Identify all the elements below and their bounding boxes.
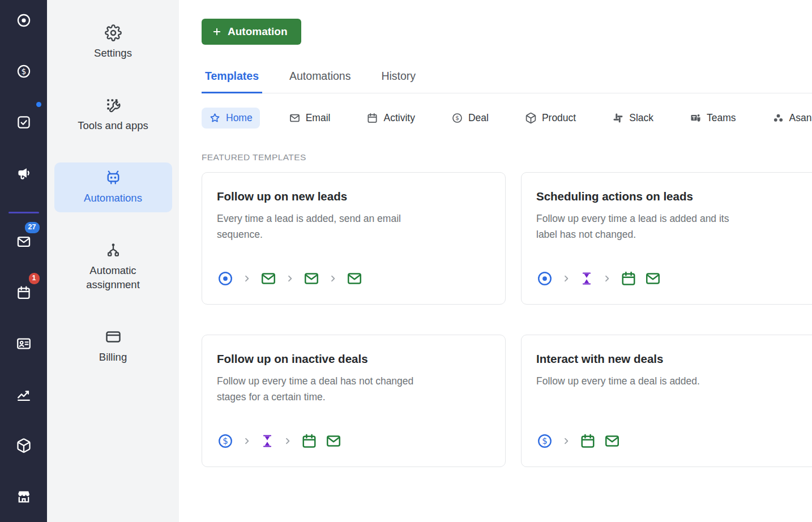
filter-label: Asana (789, 112, 812, 124)
star-icon (209, 112, 221, 124)
rail-divider (8, 212, 39, 213)
contact-card-icon (16, 336, 32, 352)
email-step-icon (303, 270, 320, 287)
envelope-icon (289, 112, 301, 124)
chevron-right-icon (327, 273, 339, 284)
plus-icon (212, 27, 222, 37)
template-card-scheduling-actions-on-leads[interactable]: Scheduling actions on leads Follow up ev… (521, 172, 812, 305)
template-description: Follow up every time a deal has not chan… (217, 373, 415, 405)
calendar-icon (366, 112, 378, 124)
filter-label: Activity (383, 112, 414, 124)
app-window: 27 1 Settings Tools and apps Automations… (0, 0, 812, 522)
nav-insights[interactable] (11, 382, 36, 407)
activity-step-icon (301, 433, 318, 450)
tab-history[interactable]: History (378, 70, 419, 93)
chevron-right-icon (561, 435, 572, 447)
chevron-right-icon (601, 273, 613, 284)
tab-templates[interactable]: Templates (202, 70, 262, 93)
package-icon (16, 438, 32, 453)
line-chart-icon (16, 387, 32, 403)
filter-label: Home (226, 112, 253, 124)
deal-trigger-icon (536, 433, 553, 450)
filter-label: Email (306, 112, 331, 124)
wait-hourglass-icon (579, 271, 594, 286)
teams-icon (690, 112, 702, 124)
lead-trigger-icon (536, 270, 553, 287)
email-step-icon (260, 270, 277, 287)
template-description: Follow up every time a deal is added. (536, 373, 734, 389)
nav-marketplace[interactable] (11, 484, 36, 509)
filter-slack[interactable]: Slack (605, 108, 661, 129)
filter-teams[interactable]: Teams (682, 108, 743, 129)
sidebar-item-tools-and-apps[interactable]: Tools and apps (54, 90, 172, 140)
storefront-icon (16, 489, 32, 504)
dollar-icon (16, 63, 32, 79)
filter-activity[interactable]: Activity (359, 108, 422, 129)
mail-count-badge: 27 (25, 222, 40, 233)
lead-trigger-icon (217, 270, 234, 287)
sidebar-item-automations[interactable]: Automations (54, 162, 172, 212)
activity-step-icon (620, 270, 637, 287)
sidebar-item-settings[interactable]: Settings (54, 18, 172, 67)
filter-product[interactable]: Product (518, 108, 583, 129)
nav-mail[interactable]: 27 (11, 229, 36, 254)
template-flow (217, 433, 489, 450)
robot-icon (105, 169, 122, 186)
template-flow (217, 270, 489, 287)
checklist-icon (16, 114, 32, 130)
filter-home[interactable]: Home (202, 108, 260, 129)
chevron-right-icon (561, 273, 572, 284)
assignment-branch-icon (105, 242, 122, 259)
tab-bar: Templates Automations History (202, 70, 812, 93)
chevron-right-icon (282, 435, 293, 447)
nav-tasks[interactable] (11, 110, 36, 135)
chevron-right-icon (241, 273, 253, 284)
wait-hourglass-icon (260, 434, 275, 448)
template-description: Follow up every time a lead is added and… (536, 211, 734, 242)
email-step-icon (644, 270, 661, 287)
template-card-follow-up-new-leads[interactable]: Follow up on new leads Every time a lead… (202, 172, 506, 305)
calendar-icon (16, 285, 32, 301)
template-flow (536, 270, 809, 287)
bullseye-icon (16, 12, 32, 28)
primary-nav-rail: 27 1 (0, 0, 47, 522)
template-card-follow-up-inactive-deals[interactable]: Follow up on inactive deals Follow up ev… (202, 335, 506, 467)
template-card-grid: Follow up on new leads Every time a lead… (202, 172, 812, 467)
deal-trigger-icon (217, 433, 234, 450)
add-automation-button[interactable]: Automation (202, 19, 301, 45)
nav-contacts[interactable] (11, 331, 36, 356)
filter-label: Teams (707, 112, 736, 124)
email-step-icon (346, 270, 363, 287)
template-card-interact-with-new-deals[interactable]: Interact with new deals Follow up every … (521, 335, 812, 467)
filter-email[interactable]: Email (281, 108, 338, 129)
megaphone-icon (16, 165, 32, 181)
sidebar-item-label: Billing (99, 350, 127, 365)
settings-sidebar: Settings Tools and apps Automations Auto… (47, 0, 179, 522)
slack-icon (612, 112, 624, 124)
add-automation-label: Automation (228, 25, 288, 38)
filter-label: Deal (468, 112, 489, 124)
template-description: Every time a lead is added, send an emai… (217, 211, 415, 242)
nav-products[interactable] (11, 433, 36, 458)
nav-calendar[interactable]: 1 (11, 280, 36, 305)
email-step-icon (604, 433, 621, 450)
filter-label: Product (542, 112, 576, 124)
nav-leads[interactable] (11, 8, 36, 33)
calendar-count-badge: 1 (29, 273, 40, 284)
sidebar-item-automatic-assignment[interactable]: Automatic assignment (54, 235, 172, 299)
nav-deals[interactable] (11, 59, 36, 84)
filter-asana[interactable]: Asana (765, 108, 812, 129)
asana-icon (772, 112, 784, 124)
sidebar-item-billing[interactable]: Billing (54, 322, 172, 371)
nav-campaigns[interactable] (11, 161, 36, 186)
chevron-right-icon (241, 435, 253, 447)
template-title: Scheduling actions on leads (536, 190, 809, 203)
credit-card-icon (105, 328, 122, 345)
filter-deal[interactable]: Deal (444, 108, 496, 129)
sidebar-item-label: Automations (84, 191, 142, 206)
sidebar-item-label: Settings (94, 46, 132, 61)
tab-automations[interactable]: Automations (286, 70, 354, 93)
envelope-icon (16, 234, 32, 250)
dollar-icon (451, 112, 463, 124)
template-title: Follow up on inactive deals (217, 352, 489, 366)
